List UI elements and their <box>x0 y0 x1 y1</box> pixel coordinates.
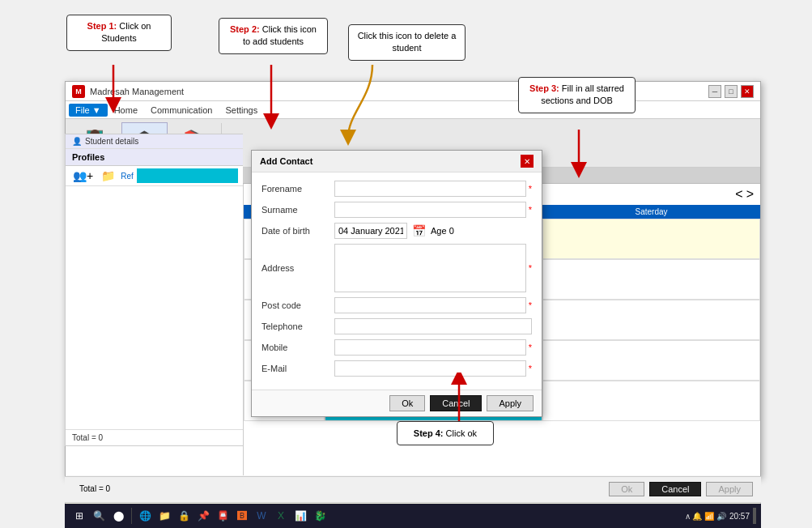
profiles-header: Profiles <box>66 149 243 166</box>
dialog-title-text: Add Contact <box>260 156 312 166</box>
dialog-apply-button[interactable]: Apply <box>487 395 534 411</box>
app-logo: M <box>72 85 85 98</box>
cal-next-button[interactable]: > <box>746 187 754 202</box>
telephone-label: Telephone <box>261 321 334 331</box>
app-title: Madresah Management <box>90 87 184 96</box>
address-required: * <box>529 263 532 273</box>
menu-home[interactable]: Home <box>108 104 144 117</box>
address-row: Address * <box>261 244 532 292</box>
step4-label: Step 4: <box>414 428 444 438</box>
bottom-action-bar: Total = 0 Ok Cancel Apply <box>65 476 761 500</box>
student-details-label: Student details <box>85 137 138 146</box>
surname-required: * <box>529 205 532 215</box>
email-input[interactable] <box>334 360 526 377</box>
forename-required: * <box>529 184 532 194</box>
mobile-required: * <box>529 343 532 352</box>
start-button[interactable]: ⊞ <box>71 508 87 524</box>
profiles-panel: 👤 Student details Profiles 👥+ 📁 Ref Tota… <box>65 134 243 446</box>
rcal-r5-sat <box>542 381 760 421</box>
address-label: Address <box>261 263 334 273</box>
security-icon[interactable]: 🔒 <box>176 508 192 524</box>
word-icon[interactable]: W <box>253 508 270 524</box>
email-row: E-Mail * <box>261 360 532 377</box>
title-bar: M Madresah Management ─ □ ✕ <box>66 82 760 101</box>
cal-prev-button[interactable]: < <box>735 187 742 202</box>
explorer-icon[interactable]: 📁 <box>156 508 172 524</box>
step4-text: Click ok <box>446 428 478 438</box>
postcode-required: * <box>529 300 532 310</box>
task-view-button[interactable]: ⬤ <box>110 508 126 524</box>
ref-input[interactable] <box>137 168 238 183</box>
powerpoint-icon[interactable]: 📊 <box>292 508 308 524</box>
add-contact-dialog: Add Contact ✕ Forename * Surname * Date … <box>251 150 542 417</box>
menu-file[interactable]: File ▼ <box>69 104 108 117</box>
calendar-picker-icon[interactable]: 📅 <box>412 224 426 237</box>
menu-communication[interactable]: Communication <box>144 104 219 117</box>
rcal-r1-sat <box>542 219 760 259</box>
profiles-title: Profiles <box>72 152 104 162</box>
brave-icon[interactable]: 🅱 <box>234 508 250 524</box>
excel-icon[interactable]: X <box>273 508 289 524</box>
surname-label: Surname <box>261 205 334 215</box>
show-desktop-button[interactable] <box>753 508 756 524</box>
forename-label: Forename <box>261 184 334 194</box>
profiles-list <box>66 186 243 429</box>
forename-row: Forename * <box>261 181 532 197</box>
rcal-r3-sat <box>542 300 760 340</box>
taskbar-right: ∧ 🔔 📶 🔊 20:57 <box>685 508 756 524</box>
surname-row: Surname * <box>261 202 532 218</box>
age-display: Age 0 <box>431 226 454 236</box>
click-delete-callout: Click this icon to delete a student <box>348 24 466 61</box>
add-student-icon-btn[interactable]: 👥+ <box>70 168 96 183</box>
ref-label: Ref <box>121 172 134 181</box>
dialog-cancel-button[interactable]: Cancel <box>430 395 482 411</box>
ok-button[interactable]: Ok <box>609 482 644 496</box>
forename-input[interactable] <box>334 181 526 197</box>
mobile-input[interactable] <box>334 339 526 356</box>
dob-controls: 📅 Age 0 <box>334 223 532 239</box>
edge-icon[interactable]: 🌐 <box>137 508 153 524</box>
taskbar: ⊞ 🔍 ⬤ 🌐 📁 🔒 📌 📮 🅱 W X 📊 🐉 ∧ 🔔 📶 🔊 20:57 <box>65 504 761 528</box>
step2-callout: Step 2: Click this icon to add students <box>219 18 328 54</box>
maximize-button[interactable]: □ <box>725 85 738 98</box>
dropbox-icon[interactable]: 🐉 <box>312 508 328 524</box>
dialog-body: Forename * Surname * Date of birth 📅 Age… <box>252 172 542 390</box>
email-required: * <box>529 364 532 373</box>
profiles-toolbar: 👥+ 📁 Ref <box>66 166 243 186</box>
search-button[interactable]: 🔍 <box>91 508 107 524</box>
surname-input[interactable] <box>334 202 526 218</box>
dob-label: Date of birth <box>261 226 334 236</box>
folder-icon-btn[interactable]: 📁 <box>99 168 117 183</box>
system-clock: 20:57 <box>729 512 750 521</box>
dob-input[interactable] <box>334 223 407 239</box>
dob-row: Date of birth 📅 Age 0 <box>261 223 532 239</box>
step4-callout: Step 4: Click ok <box>397 421 494 445</box>
menu-bar: File ▼ Home Communication Settings <box>66 101 760 119</box>
dialog-ok-button[interactable]: Ok <box>389 395 425 411</box>
telephone-input[interactable] <box>334 318 532 334</box>
total-display: Total = 0 <box>79 484 110 493</box>
step1-callout: Step 1: Click on Students <box>66 15 172 51</box>
email-label: E-Mail <box>261 364 334 373</box>
student-details-bar: 👤 Student details <box>66 134 243 149</box>
window-controls: ─ □ ✕ <box>708 85 754 98</box>
dialog-footer: Ok Cancel Apply <box>252 390 542 416</box>
postcode-input[interactable] <box>334 297 526 313</box>
mobile-row: Mobile * <box>261 339 532 356</box>
total-label: Total = 0 <box>66 429 243 445</box>
pin-icon[interactable]: 📌 <box>195 508 211 524</box>
system-tray: ∧ 🔔 📶 🔊 <box>685 512 726 521</box>
postcode-row: Post code * <box>261 297 532 313</box>
mobile-label: Mobile <box>261 343 334 352</box>
address-input[interactable] <box>334 244 526 292</box>
cancel-button[interactable]: Cancel <box>649 482 701 496</box>
close-button[interactable]: ✕ <box>741 85 754 98</box>
rcal-saterday-header: Saterday <box>542 205 760 219</box>
rcal-r2-sat <box>542 259 760 300</box>
rcal-r4-sat <box>542 340 760 381</box>
mail-icon[interactable]: 📮 <box>215 508 231 524</box>
minimize-button[interactable]: ─ <box>708 85 721 98</box>
menu-settings[interactable]: Settings <box>219 104 264 117</box>
apply-button[interactable]: Apply <box>706 482 753 496</box>
dialog-close-button[interactable]: ✕ <box>521 155 534 168</box>
